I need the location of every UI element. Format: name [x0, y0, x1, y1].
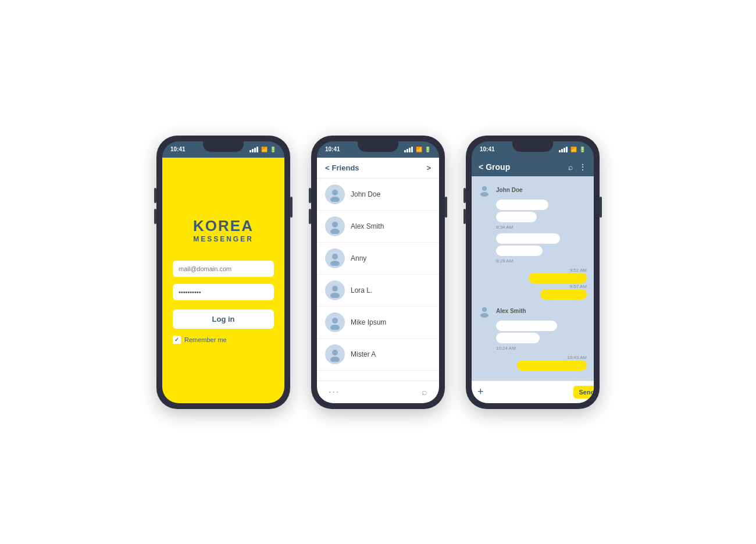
battery-icon-3: 🔋 — [579, 147, 586, 152]
more-dots-icon[interactable]: ··· — [329, 387, 340, 397]
avatar — [325, 184, 345, 204]
search-icon-footer[interactable]: ⌕ — [422, 387, 427, 397]
search-icon-group[interactable]: ⌕ — [568, 162, 573, 172]
phone2-inner: 10:41 📶 🔋 < Friends — [317, 141, 439, 403]
wifi-icon-2: 📶 — [416, 147, 422, 152]
message-group-right2: 10:43 AM — [476, 354, 589, 371]
message-time: 8:34 AM — [496, 225, 548, 230]
message-time: 9:52 AM — [570, 268, 587, 273]
power-btn — [290, 197, 293, 218]
message-group-alexsmith: Alex Smith 10:24 AM — [476, 303, 589, 351]
add-attachment-button[interactable]: + — [477, 386, 484, 399]
msg-row: 8:34 AM — [496, 200, 589, 230]
remember-label: Remember me — [184, 336, 227, 343]
avatar-icon — [478, 305, 491, 318]
friend-name: Anny — [351, 254, 366, 262]
signal-icon-2 — [404, 147, 413, 152]
avatar — [476, 182, 493, 198]
avatar-icon — [327, 283, 343, 298]
friends-title: Friends — [332, 163, 359, 172]
password-field[interactable] — [173, 284, 274, 300]
svg-point-5 — [330, 261, 340, 266]
msg-bubbles: 8:34 AM — [496, 200, 548, 230]
svg-point-4 — [332, 254, 338, 259]
phone-group: 10:41 📶 🔋 < Group — [466, 136, 600, 409]
svg-point-14 — [482, 307, 487, 312]
friends-header-left: < Friends — [325, 163, 359, 172]
sender-info: Alex Smith — [476, 303, 589, 319]
message-bubble — [496, 212, 537, 222]
wifi-icon: 📶 — [261, 147, 268, 152]
login-button[interactable]: Log in — [173, 310, 274, 329]
message-bubble — [496, 333, 540, 343]
avatar — [325, 248, 345, 268]
msg-row: 10:24 AM — [496, 321, 589, 351]
friends-list: John Doe Alex Smith Anny — [317, 179, 439, 381]
vol-up-btn — [154, 188, 156, 203]
login-screen: KOREA MESSENGER Log in ✓ Remember me — [162, 158, 284, 403]
vol-up-btn-3 — [463, 188, 466, 203]
message-bubble — [517, 360, 587, 371]
send-button[interactable]: Send — [573, 386, 594, 399]
svg-point-7 — [330, 293, 340, 298]
svg-point-11 — [330, 357, 340, 362]
svg-point-1 — [330, 197, 340, 202]
vol-up-btn-2 — [309, 188, 311, 203]
friend-name: Lora L. — [351, 286, 372, 294]
signal-icon — [249, 147, 258, 152]
friends-header-right: > — [426, 163, 431, 172]
list-item[interactable]: Lora L. — [317, 275, 439, 307]
svg-point-2 — [332, 222, 338, 227]
back-icon-group[interactable]: < — [479, 162, 483, 172]
remember-checkbox[interactable]: ✓ — [173, 336, 181, 344]
group-header-right: ⌕ ⋮ — [568, 162, 587, 172]
notch-3 — [512, 141, 553, 152]
group-title: Group — [486, 162, 510, 172]
message-time: 8:29 AM — [496, 258, 560, 264]
avatar-icon — [478, 184, 491, 197]
more-icon-group[interactable]: ⋮ — [579, 162, 587, 172]
back-icon-friends[interactable]: < — [325, 163, 330, 172]
friend-name: Mike Ipsum — [351, 318, 386, 326]
sender-info: John Doe — [476, 182, 589, 198]
list-item[interactable]: Anny — [317, 243, 439, 275]
phone-friends: 10:41 📶 🔋 < Friends — [311, 136, 445, 409]
status-icons-3: 📶 🔋 — [559, 147, 586, 152]
friend-name: Mister A — [351, 350, 376, 358]
svg-point-9 — [330, 325, 340, 330]
avatar — [325, 344, 345, 364]
forward-icon-friends[interactable]: > — [426, 163, 431, 172]
sender-name: Alex Smith — [496, 308, 526, 314]
friends-header: < Friends > — [317, 158, 439, 179]
email-field[interactable] — [173, 261, 274, 277]
list-item[interactable]: Alex Smith — [317, 211, 439, 243]
power-btn-3 — [600, 197, 602, 218]
avatar — [325, 280, 345, 300]
avatar — [476, 303, 493, 319]
remember-me-row: ✓ Remember me — [173, 336, 274, 344]
svg-point-12 — [482, 186, 487, 191]
friends-screen: < Friends > John Doe — [317, 158, 439, 403]
vol-down-btn-2 — [309, 209, 311, 224]
list-item[interactable]: John Doe — [317, 179, 439, 211]
message-group-right1: 9:52 AM 9:57 AM — [476, 267, 589, 300]
svg-point-6 — [332, 286, 338, 291]
avatar-icon — [327, 347, 343, 362]
vol-down-btn-3 — [463, 209, 466, 224]
phone3-inner: 10:41 📶 🔋 < Group — [472, 141, 594, 403]
list-item[interactable]: Mike Ipsum — [317, 307, 439, 339]
phone1-inner: 10:41 📶 🔋 KOREA MESSENGER — [162, 141, 284, 403]
app-title: KOREA MESSENGER — [193, 217, 254, 243]
message-time: 10:24 AM — [496, 346, 557, 351]
battery-icon-2: 🔋 — [425, 147, 431, 152]
svg-point-15 — [480, 313, 488, 318]
list-item[interactable]: Mister A — [317, 339, 439, 371]
chat-area: John Doe 8:34 AM — [472, 176, 594, 381]
friend-name: John Doe — [351, 190, 380, 198]
avatar-icon — [327, 315, 343, 330]
msg-bubbles: 8:29 AM — [496, 233, 560, 264]
message-group-johndoe: John Doe 8:34 AM — [476, 182, 589, 230]
app-subtitle: MESSENGER — [193, 235, 254, 243]
message-input[interactable] — [488, 389, 569, 396]
message-bubble — [496, 233, 560, 244]
